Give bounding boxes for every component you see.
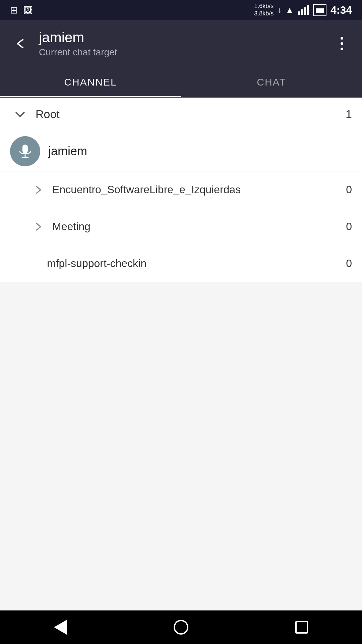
page-title: jamiem xyxy=(39,30,328,46)
gallery-icon: 🖼 xyxy=(23,5,33,16)
back-button[interactable] xyxy=(7,30,34,57)
app-bar-title: jamiem Current chat target xyxy=(34,30,328,58)
channel-count-1: 0 xyxy=(346,220,352,233)
root-item[interactable]: Root 1 xyxy=(0,98,362,131)
status-time: 4:34 xyxy=(330,4,352,16)
download-icon: ↓ xyxy=(278,6,281,14)
network-info: 1.6kb/s 3.8kb/s xyxy=(254,3,274,17)
signal-icon xyxy=(298,5,309,15)
wifi-icon: ▲ xyxy=(285,5,294,15)
chevron-down-icon xyxy=(10,104,30,124)
battery-icon xyxy=(313,4,326,16)
channel-content: Root 1 jamiem Encuentro_SoftwareLibre_e_… xyxy=(0,98,362,610)
channel-item-1[interactable]: Meeting 0 xyxy=(0,208,362,245)
overflow-menu-button[interactable] xyxy=(328,30,355,57)
tab-bar: CHANNEL CHAT xyxy=(0,67,362,98)
channel-count-0: 0 xyxy=(346,183,352,196)
svg-rect-0 xyxy=(22,145,28,153)
channel-name-2: mfpl-support-checkin xyxy=(47,257,346,270)
status-right-icons: 1.6kb/s 3.8kb/s ↓ ▲ 4:34 xyxy=(254,3,352,17)
root-count: 1 xyxy=(346,108,352,121)
app-bar: jamiem Current chat target xyxy=(0,20,362,67)
tab-channel[interactable]: CHANNEL xyxy=(0,67,181,97)
page-subtitle: Current chat target xyxy=(39,47,328,58)
channel-item-0[interactable]: Encuentro_SoftwareLibre_e_Izquierdas 0 xyxy=(0,171,362,208)
back-nav-button[interactable] xyxy=(44,617,77,637)
status-left-icons: ⊞ 🖼 xyxy=(10,5,33,16)
channel-name-0: Encuentro_SoftwareLibre_e_Izquierdas xyxy=(52,183,346,196)
network-speed-up: 1.6kb/s xyxy=(254,3,274,10)
back-nav-icon xyxy=(54,620,67,635)
recents-nav-button[interactable] xyxy=(285,617,318,637)
three-dots-icon xyxy=(341,37,343,50)
channel-name-1: Meeting xyxy=(52,220,346,233)
root-label: Root xyxy=(30,108,346,121)
home-nav-icon xyxy=(174,620,188,635)
chevron-right-icon-1 xyxy=(30,218,47,235)
avatar xyxy=(10,136,40,166)
app-icon: ⊞ xyxy=(10,5,18,16)
channel-count-2: 0 xyxy=(346,257,352,270)
tab-chat[interactable]: CHAT xyxy=(181,67,362,97)
home-nav-button[interactable] xyxy=(164,617,198,637)
user-row[interactable]: jamiem xyxy=(0,131,362,171)
channel-item-2[interactable]: mfpl-support-checkin 0 xyxy=(0,245,362,282)
bottom-nav xyxy=(0,610,362,644)
network-speed-down: 3.8kb/s xyxy=(254,10,274,17)
chevron-right-icon-0 xyxy=(30,181,47,198)
status-bar: ⊞ 🖼 1.6kb/s 3.8kb/s ↓ ▲ 4:34 xyxy=(0,0,362,20)
user-name: jamiem xyxy=(48,144,87,158)
recents-nav-icon xyxy=(295,621,308,634)
